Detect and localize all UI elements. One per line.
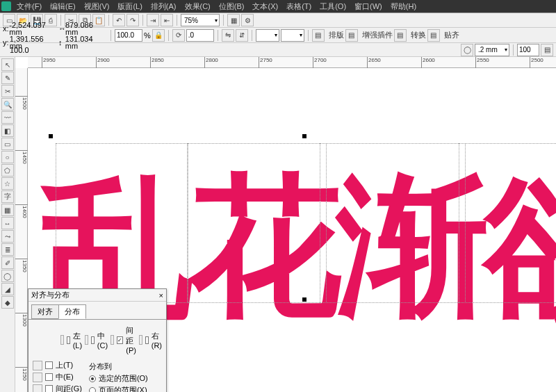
node-outline — [459, 143, 556, 303]
scale-x-input[interactable]: 100.0 — [115, 29, 142, 42]
smartfill-tool-icon[interactable]: ◧ — [1, 124, 14, 137]
undo-icon[interactable]: ↶ — [113, 14, 125, 26]
shape-tool-icon[interactable]: ✎ — [1, 72, 14, 84]
outline-icon[interactable]: ◯ — [461, 44, 473, 56]
outline-width-dropdown[interactable]: .2 mm — [475, 44, 509, 56]
shapes-tool-icon[interactable]: ☆ — [1, 177, 14, 190]
node-outline — [56, 143, 188, 303]
scale-readout: 100.0 — [3, 47, 57, 54]
opt-convert[interactable]: 转换 — [411, 30, 426, 40]
table-tool-icon[interactable]: ▦ — [1, 204, 14, 216]
size-readout: ↔879.086 mm ↕131.034 mm — [58, 22, 107, 49]
dist-right-icon — [139, 335, 142, 345]
dist-spacing-icon — [111, 335, 114, 345]
arrange-dropdown-2[interactable] — [281, 29, 304, 42]
ruler-horizontal: 2950 2900 2850 2800 2750 2700 2650 2600 … — [28, 57, 556, 68]
opt-icon[interactable]: ▤ — [312, 29, 325, 42]
rectangle-tool-icon[interactable]: ▭ — [1, 138, 14, 150]
dist-gap-icon — [33, 384, 42, 393]
ellipse-tool-icon[interactable]: ○ — [1, 151, 14, 163]
options-icon[interactable]: ⚙ — [241, 14, 254, 26]
dist-mid-icon — [33, 373, 42, 382]
check-center[interactable] — [91, 336, 94, 344]
rotate-icon: ⟳ — [172, 29, 185, 42]
check-top[interactable] — [45, 361, 53, 369]
menu-file[interactable]: 文件(F) — [13, 1, 46, 12]
ruler-vertical: 1500 1450 1400 1350 1300 1250 — [15, 68, 28, 392]
dimension-tool-icon[interactable]: ↔ — [1, 217, 14, 229]
import-icon[interactable]: ⇥ — [147, 14, 159, 26]
node-outline — [320, 143, 466, 303]
node-outline — [188, 143, 327, 303]
check-gap[interactable] — [45, 385, 53, 392]
menu-tools[interactable]: 工具(O) — [316, 1, 350, 12]
mirror-h-icon[interactable]: ⇋ — [222, 29, 234, 42]
text-tool-icon[interactable]: 字 — [1, 190, 14, 203]
tab-distribute[interactable]: 分布 — [58, 304, 86, 319]
distribute-to-label: 分布到 — [89, 361, 148, 372]
menu-window[interactable]: 窗口(W) — [350, 1, 386, 12]
menu-table[interactable]: 表格(T) — [282, 1, 316, 12]
dialog-tabs: 对齐 分布 — [28, 302, 166, 319]
opt-snap[interactable]: 贴齐 — [444, 30, 459, 40]
align-distribute-dialog[interactable]: 对齐与分布 × 对齐 分布 左(L) 中(C) 间距(P) 右(R) 上(T) … — [28, 288, 167, 392]
opt-icon[interactable]: ▤ — [427, 29, 440, 42]
tab-align[interactable]: 对齐 — [31, 304, 59, 319]
toolbox: ↖ ✎ ✂ 🔍 〰 ◧ ▭ ○ ⬠ ☆ 字 ▦ ↔ ⤳ ≣ ✐ ◯ ◢ ◆ — [0, 57, 15, 392]
crop-tool-icon[interactable]: ✂ — [1, 85, 14, 97]
selection-handle[interactable] — [302, 134, 306, 138]
export-icon[interactable]: ⇤ — [161, 14, 173, 26]
rotate-input[interactable]: .0 — [186, 29, 214, 42]
opt-plugin[interactable]: 增强插件 — [362, 30, 393, 40]
dialog-titlebar[interactable]: 对齐与分布 × — [28, 289, 166, 302]
lock-ratio-icon[interactable]: 🔒 — [152, 29, 165, 42]
position-readout: x:-2,524.097 mm y:1,391.556 mm — [3, 22, 57, 49]
app-icon — [1, 1, 11, 11]
pick-tool-icon[interactable]: ↖ — [1, 58, 14, 71]
menu-layout[interactable]: 版面(L) — [113, 1, 146, 12]
snap-icon[interactable]: ▦ — [227, 14, 240, 26]
opt-paiban[interactable]: 排版 — [329, 30, 344, 40]
check-right[interactable] — [145, 336, 148, 344]
check-spacing[interactable] — [117, 336, 123, 344]
dialog-body: 左(L) 中(C) 间距(P) 右(R) 上(T) 中(E) 间距(G) 下(B… — [28, 319, 166, 392]
menu-view[interactable]: 视图(V) — [80, 1, 114, 12]
num-input[interactable]: 100 — [517, 44, 539, 56]
freehand-tool-icon[interactable]: 〰 — [1, 111, 14, 124]
outlinepen-tool-icon[interactable]: ◯ — [1, 270, 14, 282]
dist-center-icon — [85, 335, 88, 345]
fill-tool-icon[interactable]: ◢ — [1, 283, 14, 295]
close-icon[interactable]: × — [159, 291, 163, 300]
check-middle[interactable] — [45, 373, 53, 381]
blend-tool-icon[interactable]: ≣ — [1, 243, 14, 256]
menu-arrange[interactable]: 排列(A) — [147, 1, 181, 12]
menu-text[interactable]: 文本(X) — [248, 1, 282, 12]
opt-icon[interactable]: ▤ — [394, 29, 407, 42]
radio-selection[interactable] — [89, 375, 96, 382]
interactive-fill-icon[interactable]: ◆ — [1, 296, 14, 309]
menu-help[interactable]: 帮助(H) — [386, 1, 420, 12]
connector-tool-icon[interactable]: ⤳ — [1, 230, 14, 243]
mirror-v-icon[interactable]: ⇵ — [236, 29, 248, 42]
eyedropper-tool-icon[interactable]: ✐ — [1, 256, 14, 269]
dialog-title-text: 对齐与分布 — [31, 290, 70, 300]
dist-top-icon — [33, 361, 42, 370]
selection-handle[interactable] — [49, 134, 53, 138]
check-left[interactable] — [67, 336, 70, 344]
menu-edit[interactable]: 编辑(E) — [46, 1, 80, 12]
percent-label: % — [144, 31, 151, 40]
zoom-dropdown[interactable]: 75% — [181, 14, 220, 26]
property-bar: x:-2,524.097 mm y:1,391.556 mm ↔879.086 … — [0, 28, 556, 43]
menu-effects[interactable]: 效果(C) — [181, 1, 215, 12]
zoom-tool-icon[interactable]: 🔍 — [1, 98, 14, 111]
arrange-dropdown-1[interactable] — [256, 29, 279, 42]
polygon-tool-icon[interactable]: ⬠ — [1, 164, 14, 177]
radio-page[interactable] — [89, 387, 96, 393]
spinner-icon[interactable]: ▤ — [541, 44, 553, 56]
menu-bar: 文件(F) 编辑(E) 视图(V) 版面(L) 排列(A) 效果(C) 位图(B… — [0, 0, 556, 13]
redo-icon[interactable]: ↷ — [126, 14, 139, 26]
menu-bitmap[interactable]: 位图(B) — [215, 1, 249, 12]
opt-icon[interactable]: ▤ — [345, 29, 358, 42]
dist-left-icon — [60, 335, 64, 345]
